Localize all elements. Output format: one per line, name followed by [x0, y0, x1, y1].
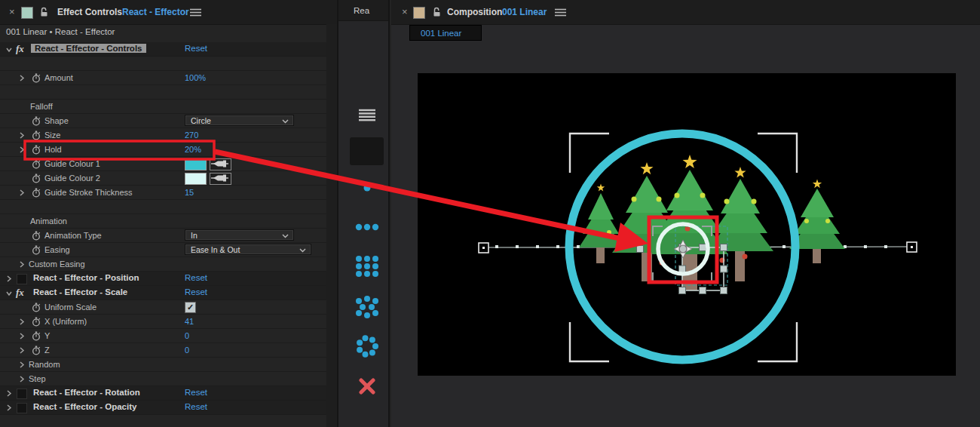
- twirl-closed-icon[interactable]: [19, 318, 25, 325]
- panel-menu-icon[interactable]: [190, 8, 201, 17]
- delete-x-icon[interactable]: [343, 376, 391, 397]
- reset-button[interactable]: Reset: [185, 273, 207, 282]
- property-value[interactable]: 0: [185, 331, 189, 340]
- property-value[interactable]: 100%: [185, 73, 206, 82]
- effect-name[interactable]: React - Effector - Opacity: [33, 402, 136, 411]
- fx-badge-icon[interactable]: fx: [16, 43, 24, 55]
- stopwatch-icon[interactable]: [32, 73, 41, 83]
- fx-badge-icon[interactable]: fx: [16, 287, 24, 299]
- effect-header-row[interactable]: React - Effector - PositionReset: [0, 272, 326, 286]
- effect-header-row[interactable]: React - Effector - OpacityReset: [0, 401, 326, 415]
- checkbox-checked[interactable]: ✓: [185, 302, 196, 313]
- reset-button[interactable]: Reset: [185, 402, 207, 411]
- close-panel-icon[interactable]: ×: [402, 0, 408, 24]
- scatter-layout-icon[interactable]: [343, 295, 391, 319]
- property-row[interactable]: Amount100%: [0, 71, 326, 85]
- stopwatch-icon[interactable]: [32, 145, 41, 155]
- panel-layer-name[interactable]: React - Effector: [122, 0, 189, 24]
- dropdown[interactable]: In: [185, 229, 294, 241]
- property-value[interactable]: 41: [185, 317, 194, 326]
- property-row[interactable]: Size270: [0, 128, 326, 143]
- unlock-icon[interactable]: [432, 7, 442, 17]
- property-row[interactable]: Step: [0, 372, 326, 386]
- property-value[interactable]: 20%: [185, 145, 201, 154]
- twirl-closed-icon[interactable]: [19, 333, 25, 339]
- group-label-row[interactable]: Falloff: [0, 100, 326, 114]
- twirl-closed-icon[interactable]: [6, 390, 12, 397]
- panel-menu-icon[interactable]: [359, 109, 375, 121]
- twirl-closed-icon[interactable]: [19, 189, 25, 196]
- twirl-closed-icon[interactable]: [6, 275, 12, 282]
- color-swatch[interactable]: [185, 173, 207, 185]
- effect-header-row[interactable]: fxReact - Effector - ControlsReset: [0, 42, 326, 57]
- property-value[interactable]: 0: [185, 346, 189, 355]
- effect-name[interactable]: React - Effector - Controls: [31, 44, 146, 53]
- effect-header-row[interactable]: fxReact - Effector - ScaleReset: [0, 286, 326, 300]
- composition-viewport[interactable]: [418, 73, 956, 376]
- property-row[interactable]: Uniform Scale✓: [0, 300, 326, 315]
- scrollbar-gutter[interactable]: [326, 24, 337, 427]
- grid-layout-icon[interactable]: [343, 254, 391, 278]
- unlock-icon[interactable]: [39, 7, 49, 17]
- stopwatch-icon[interactable]: [32, 188, 41, 198]
- twirl-closed-icon[interactable]: [19, 132, 25, 139]
- reset-button[interactable]: Reset: [185, 287, 207, 296]
- stopwatch-icon[interactable]: [32, 245, 41, 255]
- close-panel-icon[interactable]: ×: [9, 0, 15, 24]
- effect-header-row[interactable]: React - Effector - RotationReset: [0, 386, 326, 401]
- dropdown[interactable]: Circle: [185, 115, 294, 126]
- property-row[interactable]: Guide Colour 1: [0, 157, 326, 171]
- fx-toggle-box[interactable]: [17, 403, 27, 413]
- property-row[interactable]: Random: [0, 358, 326, 372]
- twirl-closed-icon[interactable]: [19, 376, 25, 382]
- property-row[interactable]: Custom Easing: [0, 257, 326, 272]
- property-row[interactable]: Hold20%: [0, 143, 326, 157]
- group-label-row[interactable]: Animation: [0, 214, 326, 229]
- stopwatch-icon[interactable]: [32, 331, 41, 341]
- stopwatch-icon[interactable]: [32, 303, 41, 312]
- stopwatch-icon[interactable]: [32, 174, 41, 183]
- twirl-open-icon[interactable]: [6, 290, 12, 296]
- effect-name[interactable]: React - Effector - Scale: [33, 287, 127, 296]
- radial-layout-icon[interactable]: [343, 334, 391, 358]
- eyedropper-icon[interactable]: [210, 173, 231, 185]
- react-panel-tab[interactable]: Rea: [338, 0, 388, 21]
- stopwatch-icon[interactable]: [32, 346, 41, 355]
- point-effector-icon[interactable]: [343, 180, 391, 196]
- property-row[interactable]: Z0: [0, 343, 326, 358]
- stopwatch-icon[interactable]: [32, 317, 41, 327]
- twirl-open-icon[interactable]: [6, 46, 12, 53]
- twirl-closed-icon[interactable]: [19, 361, 25, 368]
- reset-button[interactable]: Reset: [185, 44, 207, 53]
- fx-toggle-box[interactable]: [17, 274, 27, 284]
- twirl-closed-icon[interactable]: [19, 146, 25, 153]
- property-row[interactable]: Guide Colour 2: [0, 171, 326, 186]
- stopwatch-icon[interactable]: [32, 116, 41, 126]
- effect-name[interactable]: React - Effector - Rotation: [33, 388, 140, 397]
- property-row[interactable]: Guide Stroke Thickness15: [0, 186, 326, 200]
- twirl-closed-icon[interactable]: [19, 261, 25, 268]
- linear-layout-icon[interactable]: [343, 219, 391, 235]
- property-row[interactable]: X (Uniform)41: [0, 315, 326, 329]
- twirl-closed-icon[interactable]: [19, 347, 25, 354]
- stopwatch-icon[interactable]: [32, 131, 41, 140]
- effect-name[interactable]: React - Effector - Position: [33, 273, 139, 282]
- eyedropper-icon[interactable]: [210, 158, 231, 170]
- twirl-closed-icon[interactable]: [6, 404, 12, 411]
- composition-tab-001-linear[interactable]: 001 Linear: [409, 25, 482, 41]
- strip-active-button[interactable]: [350, 137, 384, 165]
- panel-menu-icon[interactable]: [555, 8, 566, 17]
- fx-toggle-box[interactable]: [17, 389, 27, 399]
- twirl-closed-icon[interactable]: [19, 75, 25, 81]
- property-row[interactable]: Animation TypeIn: [0, 229, 326, 243]
- property-value[interactable]: 15: [185, 188, 194, 197]
- color-swatch[interactable]: [185, 158, 207, 170]
- stopwatch-icon[interactable]: [32, 159, 41, 169]
- property-row[interactable]: EasingEase In & Out: [0, 243, 326, 257]
- stopwatch-icon[interactable]: [32, 231, 41, 241]
- property-row[interactable]: ShapeCircle: [0, 114, 326, 128]
- reset-button[interactable]: Reset: [185, 388, 207, 397]
- property-value[interactable]: 270: [185, 131, 198, 140]
- panel-comp-name[interactable]: 001 Linear: [502, 0, 547, 24]
- dropdown[interactable]: Ease In & Out: [185, 244, 311, 255]
